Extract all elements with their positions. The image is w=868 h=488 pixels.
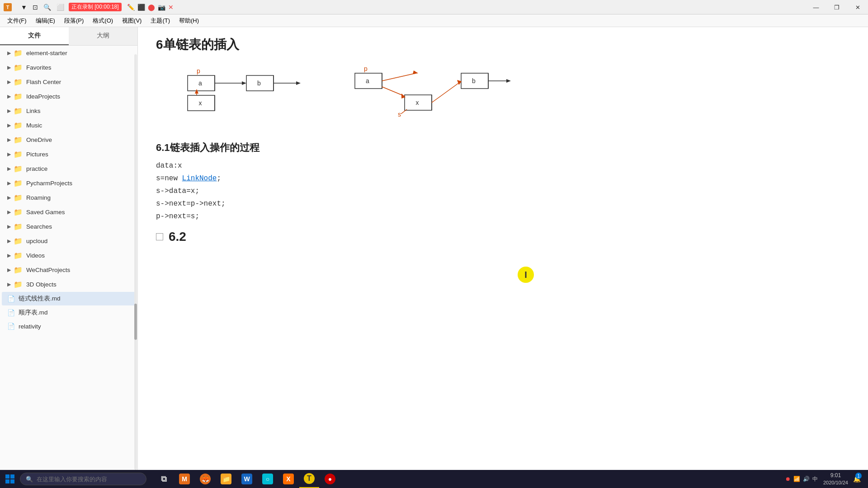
start-button[interactable] xyxy=(0,470,20,488)
toolbar-icon-2[interactable]: ⊡ xyxy=(31,3,40,12)
menu-help[interactable]: 帮助(H) xyxy=(175,15,203,26)
recording-badge: 正在录制 [00:00:18] xyxy=(69,3,122,11)
cursor-indicator: I xyxy=(518,267,534,283)
taskbar-typora[interactable]: T xyxy=(299,470,319,488)
sidebar-item-wechat-projects[interactable]: ▶ 📁 WeChatProjects xyxy=(2,263,136,277)
section-62-checkbox[interactable] xyxy=(156,233,163,240)
sidebar-item-saved-games[interactable]: ▶ 📁 Saved Games xyxy=(2,205,136,219)
sidebar-item-label: Roaming xyxy=(26,194,51,201)
menu-theme[interactable]: 主题(T) xyxy=(147,15,174,26)
file-icon: 📄 xyxy=(7,309,15,316)
sidebar-item-practice[interactable]: ▶ 📁 practice xyxy=(2,162,136,176)
sidebar-item-searches[interactable]: ▶ 📁 Searches xyxy=(2,220,136,234)
folder-icon: 📁 xyxy=(14,49,23,57)
file-icon: 📄 xyxy=(7,295,15,302)
toolbar-icon-5[interactable]: ✏️ xyxy=(127,4,135,11)
toolbar-icon-8[interactable]: 📷 xyxy=(158,4,165,11)
menu-view[interactable]: 视图(V) xyxy=(118,15,145,26)
folder-icon: 📁 xyxy=(14,280,23,289)
svg-marker-10 xyxy=(296,81,301,85)
sidebar-item-sequence-list[interactable]: 📄 顺序表.md xyxy=(2,306,136,319)
taskbar-word[interactable]: W xyxy=(237,470,257,488)
sidebar-item-music[interactable]: ▶ 📁 Music xyxy=(2,118,136,132)
taskbar-search-box[interactable]: 🔍 xyxy=(20,473,146,485)
taskbar-ms-app[interactable]: ○ xyxy=(258,470,278,488)
close-button[interactable]: ✕ xyxy=(847,0,868,14)
tray-signal-icon: 📶 xyxy=(793,476,800,482)
minimize-button[interactable]: — xyxy=(806,0,826,14)
taskbar-task-view[interactable]: ⧉ xyxy=(154,470,174,488)
sidebar-item-label: Searches xyxy=(26,223,52,230)
sidebar-item-idea-projects[interactable]: ▶ 📁 IdeaProjects xyxy=(2,89,136,103)
sidebar-item-label: 链式线性表.md xyxy=(19,295,61,303)
tab-files[interactable]: 文件 xyxy=(0,27,69,45)
menu-paragraph[interactable]: 段落(P) xyxy=(61,15,87,26)
folder-icon: 📁 xyxy=(14,78,23,86)
menu-file[interactable]: 文件(F) xyxy=(4,15,30,26)
sidebar-item-links[interactable]: ▶ 📁 Links xyxy=(2,104,136,118)
toolbar-icon-1[interactable]: ▼ xyxy=(19,3,29,12)
arrow-icon: ▶ xyxy=(7,267,11,273)
sidebar-item-videos[interactable]: ▶ 📁 Videos xyxy=(2,249,136,263)
sidebar-item-label: WeChatProjects xyxy=(26,267,70,273)
tray-volume-icon[interactable]: 🔊 xyxy=(803,476,810,482)
content-area[interactable]: 6单链表的插入 p a b s xyxy=(138,27,868,470)
folder-icon: 📁 xyxy=(14,164,23,173)
code-line-p-next: p->next=s; xyxy=(156,212,850,221)
diagram-after: p a b x s xyxy=(337,64,518,123)
window-controls: — ❐ ✕ xyxy=(806,0,868,14)
sidebar-item-flash-center[interactable]: ▶ 📁 Flash Center xyxy=(2,75,136,89)
arrow-icon: ▶ xyxy=(7,180,11,186)
notification-button[interactable]: 🔔 1 xyxy=(850,470,863,488)
folder-icon: 📁 xyxy=(14,107,23,115)
folder-icon: 📁 xyxy=(14,208,23,216)
notification-badge: 1 xyxy=(855,473,862,479)
tab-outline[interactable]: 大纲 xyxy=(69,27,137,45)
code-line-data: data:x xyxy=(156,162,850,170)
taskbar-xmind[interactable]: X xyxy=(278,470,298,488)
taskbar-firefox[interactable]: 🦊 xyxy=(195,470,215,488)
svg-line-32 xyxy=(401,109,407,114)
sidebar-item-pictures[interactable]: ▶ 📁 Pictures xyxy=(2,147,136,161)
sidebar-item-label: OneDrive xyxy=(26,136,52,143)
menu-bar: 文件(F) 编辑(E) 段落(P) 格式(O) 视图(V) 主题(T) 帮助(H… xyxy=(0,14,868,27)
sidebar-item-label: element-starter xyxy=(26,50,67,56)
sidebar-scroll-thumb[interactable] xyxy=(134,304,137,340)
toolbar-icon-3[interactable]: 🔍 xyxy=(42,3,53,12)
sidebar-item-onedrive[interactable]: ▶ 📁 OneDrive xyxy=(2,133,136,147)
taskbar-mi-app[interactable]: M xyxy=(175,470,194,488)
sidebar-item-3d-objects[interactable]: ▶ 📁 3D Objects xyxy=(2,277,136,291)
sidebar-content: ▶ 📁 element-starter ▶ 📁 Favorites ▶ 📁 Fl… xyxy=(0,46,137,470)
tray-record-icon[interactable]: ⏺ xyxy=(785,476,791,482)
system-clock[interactable]: 9:01 2020/10/24 xyxy=(823,472,848,486)
menu-edit[interactable]: 编辑(E) xyxy=(32,15,59,26)
sidebar-item-element-starter[interactable]: ▶ 📁 element-starter xyxy=(2,46,136,60)
toolbar-icon-7[interactable]: ⬤ xyxy=(148,4,155,11)
sidebar-item-label: IdeaProjects xyxy=(26,93,60,100)
toolbar-icon-4[interactable]: ⬜ xyxy=(55,3,66,12)
sidebar-scroll-track xyxy=(134,54,137,470)
sidebar-item-favorites[interactable]: ▶ 📁 Favorites xyxy=(2,61,136,75)
taskbar-search-input[interactable] xyxy=(37,476,136,483)
taskbar-record[interactable]: ● xyxy=(320,470,340,488)
firefox-icon: 🦊 xyxy=(200,474,211,484)
sidebar-item-relativity[interactable]: 📄 relativity xyxy=(2,320,136,333)
taskbar-file-explorer[interactable]: 📁 xyxy=(216,470,236,488)
svg-text:b: b xyxy=(472,77,476,84)
toolbar-icon-9[interactable]: ✕ xyxy=(168,4,174,11)
sidebar-item-pycharm-projects[interactable]: ▶ 📁 PycharmProjects xyxy=(2,176,136,190)
svg-text:x: x xyxy=(416,99,419,106)
maximize-button[interactable]: ❐ xyxy=(826,0,847,14)
sidebar-item-chain-list-file[interactable]: 📄 链式线性表.md xyxy=(2,292,136,305)
sidebar-item-roaming[interactable]: ▶ 📁 Roaming xyxy=(2,191,136,205)
typora-icon: T xyxy=(304,473,315,484)
section-62-label: 6.2 xyxy=(169,230,186,244)
toolbar-icon-6[interactable]: ⬛ xyxy=(137,4,145,11)
tray-lang-icon[interactable]: 中 xyxy=(812,475,818,483)
code-line-next: s->next=p->next; xyxy=(156,200,850,208)
svg-text:b: b xyxy=(257,80,261,87)
svg-text:p: p xyxy=(197,67,200,75)
sidebar-item-upcloud[interactable]: ▶ 📁 upcloud xyxy=(2,234,136,248)
link-node-link[interactable]: LinkNode xyxy=(182,174,217,183)
menu-format[interactable]: 格式(O) xyxy=(89,15,117,26)
